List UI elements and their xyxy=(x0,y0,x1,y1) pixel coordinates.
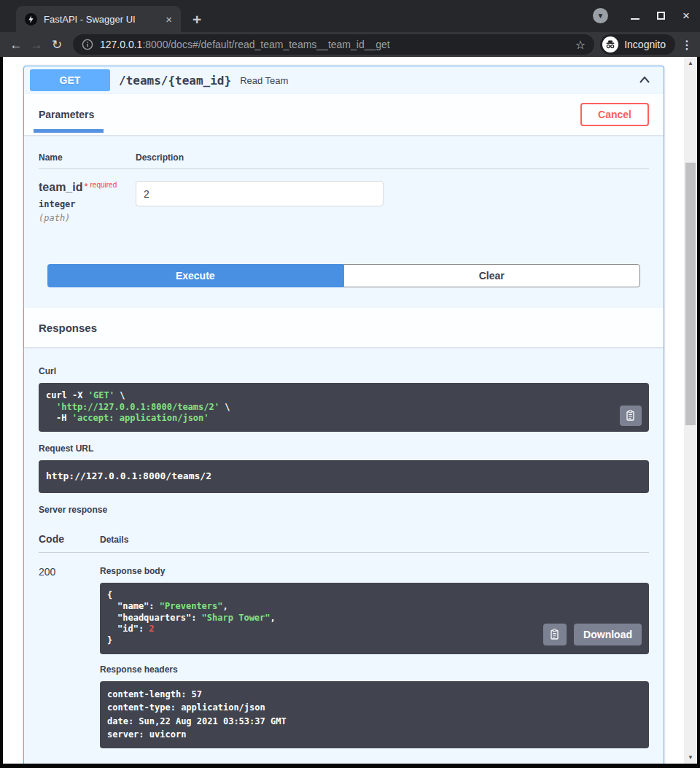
collapse-chevron-icon[interactable] xyxy=(637,73,652,88)
team-id-input[interactable] xyxy=(136,181,384,206)
browser-menu-icon[interactable]: ⋮ xyxy=(680,38,694,52)
page-scrollbar[interactable]: ▲ ▼ xyxy=(684,57,697,764)
fastapi-favicon-icon xyxy=(25,13,37,26)
curl-command-block: curl -X 'GET' \ 'http://127.0.0.1:8000/t… xyxy=(39,383,649,432)
tab-title: FastAPI - Swagger UI xyxy=(44,14,163,25)
parameters-table-header: Name Description xyxy=(39,152,649,169)
responses-title: Responses xyxy=(39,322,97,334)
cancel-button[interactable]: Cancel xyxy=(580,103,649,126)
parameters-title: Parameters xyxy=(39,109,94,120)
param-location: (path) xyxy=(39,213,136,223)
incognito-badge: Incognito xyxy=(600,34,675,55)
incognito-icon xyxy=(602,36,618,53)
clear-button[interactable]: Clear xyxy=(343,264,641,287)
col-details-header: Details xyxy=(100,535,649,545)
param-name: team_id xyxy=(39,181,82,193)
url-text: 127.0.0.1:8000/docs#/default/read_team_t… xyxy=(100,39,569,50)
server-response-table-header: Code Details xyxy=(39,521,649,553)
parameters-header: Parameters Cancel xyxy=(24,94,664,135)
required-star: * xyxy=(84,181,88,192)
response-headers-label: Response headers xyxy=(100,664,649,675)
response-status-code: 200 xyxy=(39,566,100,748)
col-name-header: Name xyxy=(39,152,136,163)
url-bar[interactable]: 127.0.0.1:8000/docs#/default/read_team_t… xyxy=(73,34,594,55)
required-label: required xyxy=(90,181,117,189)
incognito-label: Incognito xyxy=(624,39,666,50)
param-type: integer xyxy=(39,199,136,209)
operation-path: /teams/{team_id} xyxy=(119,74,231,88)
window-maximize-button[interactable] xyxy=(656,11,666,21)
swagger-page: GET /teams/{team_id} Read Team Parameter… xyxy=(3,57,684,764)
request-url-label: Request URL xyxy=(39,443,649,454)
reload-button[interactable]: ↻ xyxy=(47,39,67,51)
curl-label: Curl xyxy=(39,366,649,376)
col-code-header: Code xyxy=(39,533,100,545)
server-response-label: Server response xyxy=(39,505,649,515)
browser-toolbar: ← → ↻ 127.0.0.1:8000/docs#/default/read_… xyxy=(0,32,700,57)
browser-titlebar: FastAPI - Swagger UI × + ▼ × xyxy=(0,0,700,32)
site-info-icon[interactable] xyxy=(82,39,93,50)
back-button[interactable]: ← xyxy=(6,39,26,51)
copy-curl-button[interactable] xyxy=(620,406,642,426)
col-description-header: Description xyxy=(136,152,649,163)
scroll-up-arrow[interactable]: ▲ xyxy=(684,60,697,66)
response-body-label: Response body xyxy=(100,566,649,576)
operation-description: Read Team xyxy=(240,75,288,86)
request-url-block: http://127.0.0.1:8000/teams/2 xyxy=(39,460,649,493)
opblock-get-teams: GET /teams/{team_id} Read Team Parameter… xyxy=(23,66,664,764)
copy-response-button[interactable] xyxy=(543,624,567,645)
bookmark-star-icon[interactable]: ☆ xyxy=(575,38,586,52)
window-close-button[interactable]: × xyxy=(681,11,691,21)
operation-summary[interactable]: GET /teams/{team_id} Read Team xyxy=(24,66,664,94)
scroll-down-arrow[interactable]: ▼ xyxy=(684,754,697,761)
scrollbar-thumb[interactable] xyxy=(685,163,696,425)
browser-update-icon[interactable]: ▼ xyxy=(593,8,608,23)
response-body-block: { "name": "Preventers", "headquarters": … xyxy=(100,583,649,654)
response-headers-block: content-length: 57 content-type: applica… xyxy=(100,681,649,748)
parameters-tab: Parameters xyxy=(39,108,98,121)
window-minimize-button[interactable] xyxy=(630,11,640,21)
new-tab-button[interactable]: + xyxy=(192,12,201,27)
server-response-row: 200 Response body { "name": "Preventers"… xyxy=(39,553,649,748)
browser-tab[interactable]: FastAPI - Swagger UI × xyxy=(16,6,181,32)
responses-table-label: Responses xyxy=(39,763,649,764)
download-button[interactable]: Download xyxy=(574,624,642,645)
active-tab-underline xyxy=(34,129,104,133)
http-method-badge: GET xyxy=(30,69,110,91)
execute-button[interactable]: Execute xyxy=(47,264,343,287)
parameter-row-team-id: team_id*required integer (path) xyxy=(39,169,649,223)
responses-header: Responses xyxy=(24,308,664,347)
forward-button[interactable]: → xyxy=(26,39,47,51)
tab-close-icon[interactable]: × xyxy=(163,13,175,26)
